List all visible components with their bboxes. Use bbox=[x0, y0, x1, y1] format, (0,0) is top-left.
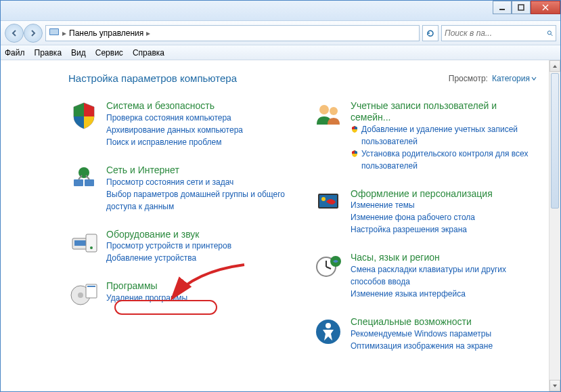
view-by-dropdown[interactable]: Категория bbox=[492, 74, 537, 83]
view-by-label: Просмотр: bbox=[449, 74, 488, 83]
category-title[interactable]: Часы, язык и регион bbox=[351, 252, 537, 263]
svg-point-18 bbox=[78, 292, 83, 298]
nav-forward-button[interactable] bbox=[24, 24, 43, 43]
svg-point-6 bbox=[547, 30, 551, 34]
system-icon bbox=[68, 100, 99, 131]
category: Оформление и персонализацияИзменение тем… bbox=[313, 188, 537, 236]
control-panel-window: ▸ Панель управления ▸ Файл Правка Вид Се… bbox=[0, 0, 561, 392]
svg-rect-1 bbox=[518, 5, 524, 10]
page-title: Настройка параметров компьютера bbox=[68, 72, 237, 84]
svg-point-25 bbox=[321, 197, 326, 201]
breadcrumb[interactable]: ▸ Панель управления ▸ bbox=[45, 25, 420, 41]
category-link[interactable]: Изменение темы bbox=[351, 199, 537, 211]
programs-icon bbox=[68, 280, 99, 311]
svg-rect-20 bbox=[87, 286, 95, 287]
search-icon bbox=[547, 28, 553, 38]
category-title[interactable]: Программы bbox=[106, 280, 292, 292]
category-link[interactable]: Рекомендуемые Windows параметры bbox=[351, 328, 537, 340]
minimize-button[interactable] bbox=[493, 1, 512, 14]
navbar: ▸ Панель управления ▸ bbox=[1, 21, 560, 45]
svg-point-16 bbox=[90, 246, 93, 249]
access-icon bbox=[313, 316, 344, 347]
menu-view[interactable]: Вид bbox=[71, 48, 86, 58]
svg-rect-8 bbox=[74, 179, 83, 186]
hardware-icon bbox=[68, 229, 99, 260]
scroll-down-button[interactable] bbox=[549, 380, 560, 391]
menu-file[interactable]: Файл bbox=[5, 48, 25, 58]
category-link[interactable]: Поиск и исправление проблем bbox=[106, 136, 292, 148]
svg-rect-9 bbox=[85, 179, 94, 186]
svg-rect-15 bbox=[86, 234, 97, 252]
search-input[interactable] bbox=[445, 28, 547, 38]
nav-back-button[interactable] bbox=[5, 24, 24, 43]
svg-rect-5 bbox=[50, 29, 58, 35]
svg-point-21 bbox=[319, 105, 329, 114]
category-link[interactable]: Удаление программы bbox=[106, 292, 292, 304]
category-title[interactable]: Система и безопасность bbox=[106, 100, 292, 112]
maximize-button[interactable] bbox=[512, 1, 531, 14]
category-title[interactable]: Оформление и персонализация bbox=[351, 188, 537, 200]
category: Сеть и ИнтернетПросмотр состояния сети и… bbox=[68, 165, 292, 213]
category-link[interactable]: Оптимизация изображения на экране bbox=[351, 340, 537, 352]
category-title[interactable]: Специальные возможности bbox=[351, 316, 537, 328]
view-by: Просмотр: Категория bbox=[449, 74, 537, 83]
breadcrumb-sep: ▸ bbox=[146, 28, 150, 38]
category-link[interactable]: Просмотр устройств и принтеров bbox=[106, 240, 292, 252]
category-title[interactable]: Учетные записи пользователей и семейн... bbox=[351, 100, 537, 123]
search-box[interactable] bbox=[441, 25, 556, 41]
right-column: Учетные записи пользователей и семейн...… bbox=[313, 100, 537, 352]
category: Часы, язык и регионСмена раскладки клави… bbox=[313, 252, 537, 300]
breadcrumb-sep: ▸ bbox=[62, 28, 66, 38]
category-link[interactable]: Добавление устройства bbox=[106, 252, 292, 264]
category-link[interactable]: Проверка состояния компьютера bbox=[106, 112, 292, 124]
category-link[interactable]: Добавление и удаление учетных записей по… bbox=[351, 123, 537, 148]
scrollbar[interactable] bbox=[549, 60, 560, 391]
network-icon bbox=[68, 165, 99, 196]
category: Оборудование и звукПросмотр устройств и … bbox=[68, 229, 292, 265]
scroll-thumb[interactable] bbox=[551, 73, 559, 209]
close-button[interactable] bbox=[531, 1, 560, 14]
main-panel: Настройка параметров компьютера Просмотр… bbox=[1, 60, 549, 391]
category-link[interactable]: Настройка разрешения экрана bbox=[351, 223, 537, 236]
appearance-icon bbox=[313, 188, 344, 219]
svg-rect-14 bbox=[74, 240, 87, 246]
titlebar bbox=[1, 1, 560, 21]
breadcrumb-text[interactable]: Панель управления bbox=[69, 28, 143, 38]
category-link[interactable]: Установка родительского контроля для все… bbox=[351, 148, 537, 172]
category: Специальные возможностиРекомендуемые Win… bbox=[313, 316, 537, 352]
shield-icon bbox=[351, 125, 359, 133]
scroll-up-button[interactable] bbox=[549, 60, 560, 72]
scroll-track[interactable] bbox=[549, 210, 560, 380]
category-link[interactable]: Изменение фона рабочего стола bbox=[351, 211, 537, 223]
menu-edit[interactable]: Правка bbox=[35, 48, 62, 58]
chevron-down-icon bbox=[531, 76, 537, 81]
category-link[interactable]: Просмотр состояния сети и задач bbox=[106, 176, 292, 188]
content: Настройка параметров компьютера Просмотр… bbox=[1, 60, 560, 391]
category: ПрограммыУдаление программы bbox=[68, 280, 292, 311]
svg-point-31 bbox=[326, 323, 331, 328]
refresh-button[interactable] bbox=[422, 25, 439, 41]
menu-tools[interactable]: Сервис bbox=[95, 48, 123, 58]
category-title[interactable]: Оборудование и звук bbox=[106, 229, 292, 240]
category: Учетные записи пользователей и семейн...… bbox=[313, 100, 537, 172]
category-link[interactable]: Смена раскладки клавиатуры или других сп… bbox=[351, 263, 537, 288]
svg-point-22 bbox=[330, 107, 338, 115]
category-link[interactable]: Архивирование данных компьютера bbox=[106, 124, 292, 136]
category-title[interactable]: Сеть и Интернет bbox=[106, 165, 292, 176]
clock-icon bbox=[313, 252, 344, 283]
svg-line-7 bbox=[551, 34, 553, 36]
category: Система и безопасностьПроверка состояния… bbox=[68, 100, 292, 148]
control-panel-icon bbox=[49, 26, 60, 39]
users-icon bbox=[313, 100, 344, 131]
menubar: Файл Правка Вид Сервис Справка bbox=[1, 45, 560, 60]
category-link[interactable]: Выбор параметров домашней группы и общег… bbox=[106, 188, 292, 213]
shield-icon bbox=[351, 149, 359, 157]
left-column: Система и безопасностьПроверка состояния… bbox=[68, 100, 292, 352]
category-link[interactable]: Изменение языка интерфейса bbox=[351, 288, 537, 300]
menu-help[interactable]: Справка bbox=[133, 48, 164, 58]
